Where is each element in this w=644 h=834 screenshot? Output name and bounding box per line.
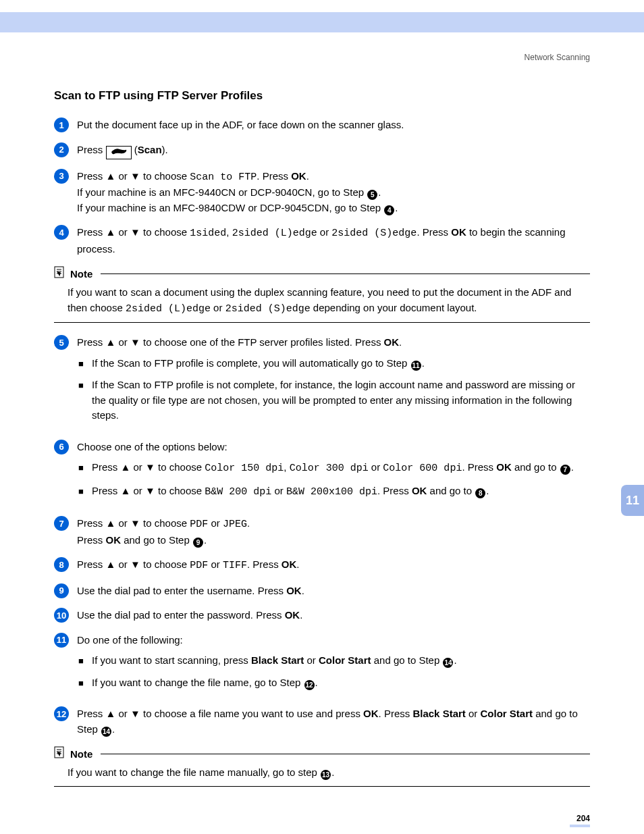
text: Choose one of the options below: xyxy=(77,441,227,452)
text: If the Scan to FTP profile is complete, … xyxy=(92,356,590,371)
text: If you want to change the file name, go … xyxy=(92,677,304,688)
step-8: 8 Press ▲ or ▼ to choose PDF or TIFF. Pr… xyxy=(54,557,590,574)
step-text: Press ▲ or ▼ to choose 1sided, 2sided (L… xyxy=(77,225,590,257)
text: depending on your document layout. xyxy=(311,302,477,313)
text: If your machine is an MFC-9840CDW or DCP… xyxy=(77,202,383,213)
text: . xyxy=(486,485,489,496)
text: or xyxy=(211,302,225,313)
text: 204 xyxy=(576,814,590,823)
step-text: Press ▲ or ▼ to choose Scan to FTP. Pres… xyxy=(77,169,590,216)
note-icon xyxy=(54,266,66,281)
text: , xyxy=(226,226,232,238)
text: OK xyxy=(285,609,300,621)
text: 2sided (S)edge xyxy=(331,228,417,239)
step-text: Do one of the following: ■ If you want t… xyxy=(77,633,590,698)
text: Press ▲ or ▼ to choose xyxy=(92,485,205,496)
text: 2sided (S)edge xyxy=(225,303,311,315)
text: Color 300 dpi xyxy=(290,463,369,474)
note-block: Note If you want to change the file name… xyxy=(54,746,590,787)
text: Scan to FTP xyxy=(190,172,257,183)
step-ref-icon: 14 xyxy=(101,727,111,737)
text: . xyxy=(331,766,334,778)
rule xyxy=(101,754,590,754)
text: If you want to change the file name, go … xyxy=(92,675,590,691)
text: Press xyxy=(77,534,106,546)
step-ref-icon: 4 xyxy=(384,205,394,215)
text: or xyxy=(466,708,481,719)
text: or xyxy=(271,485,286,496)
text: 1sided xyxy=(190,228,226,239)
step-1: 1 Put the document face up in the ADF, o… xyxy=(54,118,590,133)
breadcrumb: Network Scanning xyxy=(54,53,590,62)
step-text: Press ▲ or ▼ to choose one of the FTP se… xyxy=(77,335,590,430)
text: or xyxy=(304,654,319,666)
top-accent-bar xyxy=(0,12,644,32)
rule xyxy=(101,273,590,274)
sub-item: ■ Press ▲ or ▼ to choose Color 150 dpi, … xyxy=(78,460,590,477)
text: . xyxy=(204,534,207,546)
text: Color 600 dpi xyxy=(383,463,462,474)
note-block: Note If you want to scan a document usin… xyxy=(54,266,590,323)
text: . Press xyxy=(247,558,281,570)
step-ref-icon: 11 xyxy=(411,361,421,371)
step-11: 11 Do one of the following: ■ If you wan… xyxy=(54,633,590,698)
text: Scan xyxy=(138,144,162,155)
text: Color 150 dpi xyxy=(205,463,284,474)
text: Press ▲ or ▼ to choose xyxy=(92,461,205,473)
text: and go to Step xyxy=(121,534,192,546)
step-number-icon: 1 xyxy=(54,118,69,132)
bullet-icon: ■ xyxy=(78,485,88,498)
page-accent xyxy=(570,825,590,827)
text: Do one of the following: xyxy=(77,634,183,646)
text: , xyxy=(284,461,289,473)
text: OK xyxy=(496,461,512,473)
text: Press ▲ or ▼ to choose Color 150 dpi, Co… xyxy=(92,460,590,477)
text: Use the dial pad to enter the password. … xyxy=(77,609,285,621)
step-ref-icon: 14 xyxy=(443,658,453,668)
text: OK xyxy=(286,585,302,596)
scan-key-icon xyxy=(106,146,132,159)
text: . xyxy=(454,654,456,666)
text: OK xyxy=(106,534,122,546)
text: B&W 200 dpi xyxy=(205,486,271,498)
step-ref-icon: 7 xyxy=(560,465,570,475)
text: If your machine is an MFC-9440CN or DCP-… xyxy=(77,186,367,198)
step-number-icon: 7 xyxy=(54,516,69,531)
step-number-icon: 12 xyxy=(54,706,69,721)
step-ref-icon: 12 xyxy=(304,680,315,690)
step-number-icon: 6 xyxy=(54,440,69,454)
note-body: If you want to change the file name manu… xyxy=(68,765,590,781)
step-12: 12 Press ▲ or ▼ to choose a file name yo… xyxy=(54,706,590,737)
text: 2sided (L)edge xyxy=(232,228,317,239)
text: . xyxy=(112,723,115,735)
page-title: Scan to FTP using FTP Server Profiles xyxy=(54,89,590,103)
bullet-icon: ■ xyxy=(78,677,88,690)
sub-item: ■ If you want to start scanning, press B… xyxy=(78,653,590,669)
text: OK xyxy=(291,170,306,182)
text: Press ▲ or ▼ to choose xyxy=(77,226,190,238)
text: Use the dial pad to enter the username. … xyxy=(77,585,286,596)
text: If you want to start scanning, press Bla… xyxy=(92,653,590,669)
text: . xyxy=(399,336,402,348)
bullet-icon: ■ xyxy=(78,379,88,392)
step-text: Use the dial pad to enter the password. … xyxy=(77,608,590,623)
note-label: Note xyxy=(70,748,92,760)
text: PDF xyxy=(190,560,208,571)
step-10: 10 Use the dial pad to enter the passwor… xyxy=(54,608,590,623)
note-body: If you want to scan a document using the… xyxy=(68,285,590,317)
text: . xyxy=(395,202,398,213)
text: . xyxy=(296,558,299,570)
note-icon xyxy=(54,746,66,761)
step-3: 3 Press ▲ or ▼ to choose Scan to FTP. Pr… xyxy=(54,169,590,216)
text: OK xyxy=(363,708,379,719)
text: . xyxy=(247,517,250,529)
text: or xyxy=(208,517,223,529)
text: ( xyxy=(132,144,138,155)
text: and go to xyxy=(427,485,475,496)
text: or xyxy=(208,558,223,570)
step-ref-icon: 9 xyxy=(193,538,203,548)
text: OK xyxy=(451,226,466,238)
step-number-icon: 4 xyxy=(54,225,69,240)
step-number-icon: 8 xyxy=(54,557,69,572)
step-number-icon: 11 xyxy=(54,633,69,648)
